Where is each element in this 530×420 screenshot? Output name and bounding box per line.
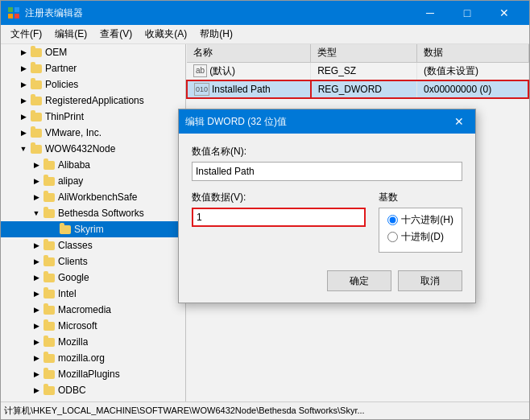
status-bar: 计算机\HKEY_LOCAL_MACHINE\SOFTWARE\WOW6432N… — [1, 401, 529, 419]
svg-rect-3 — [14, 14, 19, 19]
name-label: 数值名称(N): — [192, 145, 462, 159]
svg-rect-2 — [8, 14, 13, 19]
edit-dialog: 编辑 DWORD (32 位)值 ✕ 数值名称(N): 数值数据(V): 基数 — [178, 109, 476, 303]
status-path: 计算机\HKEY_LOCAL_MACHINE\SOFTWARE\WOW6432N… — [4, 405, 365, 417]
menu-edit[interactable]: 编辑(E) — [48, 26, 93, 43]
close-button[interactable]: ✕ — [486, 1, 523, 25]
menu-help[interactable]: 帮助(H) — [193, 26, 239, 43]
maximize-button[interactable]: □ — [449, 1, 486, 25]
dialog-title-text: 编辑 DWORD (32 位)值 — [185, 115, 287, 129]
hex-radio[interactable] — [387, 215, 398, 225]
hex-radio-label[interactable]: 十六进制(H) — [387, 213, 453, 227]
dialog-overlay: 编辑 DWORD (32 位)值 ✕ 数值名称(N): 数值数据(V): 基数 — [1, 44, 529, 401]
dialog-body: 数值名称(N): 数值数据(V): 基数 十六进制( — [179, 134, 475, 264]
svg-rect-0 — [8, 7, 13, 12]
menu-file[interactable]: 文件(F) — [4, 26, 48, 43]
dec-radio-label[interactable]: 十进制(D) — [387, 230, 453, 244]
ok-button[interactable]: 确定 — [327, 270, 391, 291]
app-icon — [7, 6, 20, 19]
menu-view[interactable]: 查看(V) — [93, 26, 139, 43]
dialog-title-bar: 编辑 DWORD (32 位)值 ✕ — [179, 109, 475, 134]
window-controls: ─ □ ✕ — [412, 1, 523, 25]
hex-label: 十六进制(H) — [401, 213, 453, 227]
data-label: 数值数据(V): — [192, 191, 366, 204]
svg-rect-1 — [14, 7, 19, 12]
minimize-button[interactable]: ─ — [412, 1, 449, 25]
cancel-button[interactable]: 取消 — [398, 270, 462, 291]
menu-bar: 文件(F) 编辑(E) 查看(V) 收藏夹(A) 帮助(H) — [1, 25, 529, 44]
name-input[interactable] — [192, 162, 462, 181]
dialog-close-button[interactable]: ✕ — [449, 112, 469, 131]
radix-label: 基数 — [379, 191, 462, 204]
main-window: 注册表编辑器 ─ □ ✕ 文件(F) 编辑(E) 查看(V) 收藏夹(A) 帮助… — [0, 0, 530, 420]
title-bar: 注册表编辑器 ─ □ ✕ — [1, 1, 529, 25]
dec-radio[interactable] — [387, 232, 398, 242]
dec-label: 十进制(D) — [401, 230, 444, 244]
menu-favorites[interactable]: 收藏夹(A) — [139, 26, 193, 43]
radix-group: 十六进制(H) 十进制(D) — [379, 208, 462, 253]
data-input[interactable] — [192, 208, 366, 227]
dialog-footer: 确定 取消 — [179, 264, 475, 303]
main-area: ▶ OEM ▶ Partner ▶ Policies ▶ — [1, 44, 529, 401]
window-title: 注册表编辑器 — [25, 6, 412, 20]
